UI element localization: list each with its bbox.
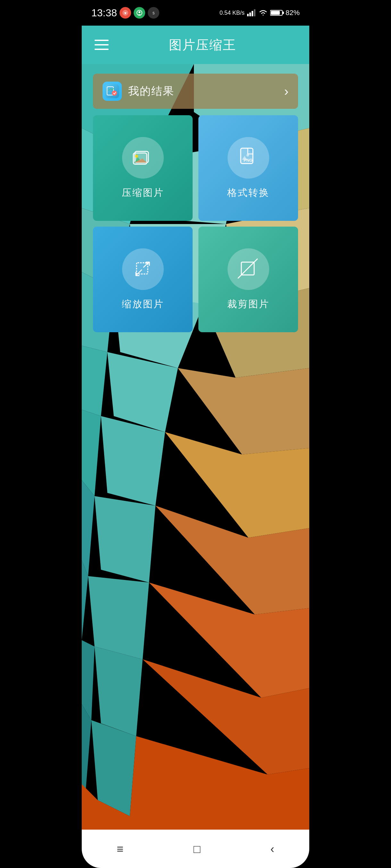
svg-point-50 [247,154,249,156]
format-icon: PNG [235,145,261,170]
results-banner[interactable]: 我的结果 › [93,73,298,109]
compress-label: 压缩图片 [122,186,164,199]
status-bar: 13:38 ♥ S 0.54 KB/s [82,0,309,26]
svg-rect-11 [283,11,284,14]
format-tile[interactable]: PNG 格式转换 [198,115,298,221]
app-title: 图片压缩王 [109,36,297,54]
crop-icon-circle [227,248,269,290]
results-arrow-icon: › [284,84,288,99]
crop-tile[interactable]: 裁剪图片 [198,226,298,332]
data-speed: 0.54 KB/s [220,9,245,16]
app-icon-soul: S [148,7,159,19]
svg-rect-7 [252,11,253,16]
resize-label: 缩放图片 [122,298,164,311]
app-icon-1: ♥ [119,7,131,19]
nav-menu-button[interactable]: ≡ [104,836,136,862]
svg-point-3 [138,11,140,13]
main-content: 我的结果 › [82,64,309,830]
format-icon-circle: PNG [227,137,269,179]
wifi-icon [259,9,268,16]
feature-grid: 压缩图片 PNG [93,115,298,332]
svg-line-53 [241,262,254,275]
crop-icon [235,256,261,282]
app-header: 图片压缩王 [82,26,309,64]
compress-icon-circle [122,137,164,179]
nav-back-button[interactable]: ‹ [258,836,287,862]
nav-home-button[interactable]: □ [181,836,214,862]
content-overlay: 我的结果 › [82,64,309,830]
status-time: 13:38 [91,7,117,19]
bottom-navigation: ≡ □ ‹ [82,830,309,868]
results-label: 我的结果 [128,84,278,99]
compress-icon [130,145,156,170]
crop-label: 裁剪图片 [227,298,270,311]
hamburger-menu-button[interactable] [94,40,109,50]
battery-percent: 82% [285,9,300,17]
status-app-icons: ♥ S [119,7,159,19]
svg-rect-6 [249,12,251,16]
format-label: 格式转换 [227,186,270,199]
svg-text:S: S [152,11,155,15]
resize-icon-circle [122,248,164,290]
resize-tile[interactable]: 缩放图片 [93,226,193,332]
phone-frame: 13:38 ♥ S 0.54 KB/s [82,0,309,868]
svg-rect-5 [247,14,249,16]
resize-icon [130,256,156,282]
svg-text:♥: ♥ [124,11,127,16]
hamburger-line-3 [94,49,109,50]
svg-rect-10 [271,11,280,15]
compress-tile[interactable]: 压缩图片 [93,115,193,221]
results-icon [103,82,122,101]
svg-point-43 [112,91,117,96]
svg-point-47 [135,155,138,158]
battery-icon [270,9,284,16]
battery-indicator: 82% [270,9,300,17]
signal-icon [247,9,256,16]
app-icon-2 [134,7,145,19]
hamburger-line-2 [94,44,109,45]
results-app-icon [105,84,119,98]
hamburger-line-1 [94,40,109,41]
status-right: 0.54 KB/s 82% [220,9,300,17]
svg-rect-8 [254,9,255,16]
status-left: 13:38 ♥ S [91,7,159,19]
